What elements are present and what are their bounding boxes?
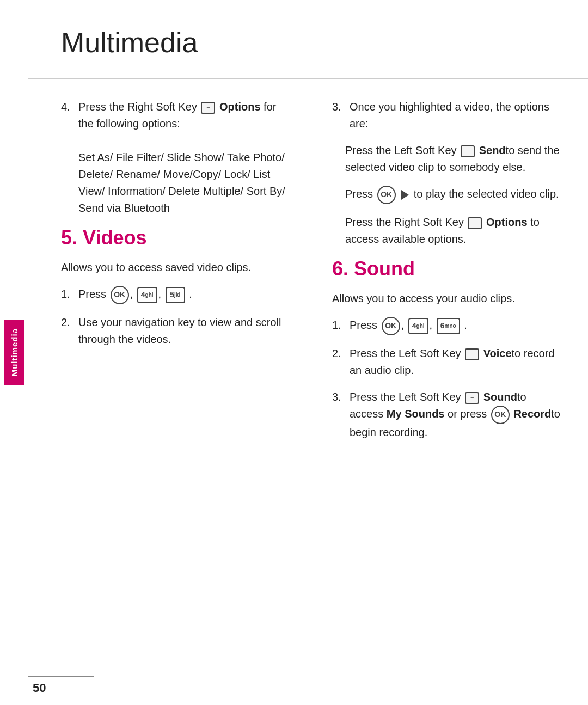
- right-column: 3. Once you highlighted a video, the opt…: [308, 79, 588, 672]
- key-6mno-s6: 6mno: [437, 318, 460, 334]
- section-6-description: Allows you to access your audio clips.: [332, 290, 561, 307]
- s6-item2-voice-bold: Voice: [483, 347, 512, 359]
- ok-key-icon-s5: OK: [111, 286, 129, 304]
- section-6-item-2: 2. Press the Left Soft Key − Voiceto rec…: [332, 345, 561, 379]
- s5-item2-content: Use your navigation key to view and scro…: [78, 314, 286, 348]
- item-3-video: 3. Once you highlighted a video, the opt…: [332, 99, 561, 132]
- sidebar: Multimedia: [0, 0, 28, 705]
- left-soft-key-sound-icon: −: [465, 392, 479, 404]
- sub-item-send: Press the Left Soft Key − Sendto send th…: [332, 142, 561, 248]
- item-3-num: 3.: [332, 99, 347, 132]
- section-5-item-1: 1. Press OK, 4ghi, 5jkl .: [61, 286, 286, 304]
- s6-item3-content: Press the Left Soft Key − Soundto access…: [350, 389, 561, 441]
- s6-item1-content: Press OK, 4ghi, 6mno .: [350, 317, 561, 335]
- s6-item3-mysounds-bold: My Sounds: [387, 408, 445, 420]
- s6-item2-content: Press the Left Soft Key − Voiceto record…: [350, 345, 561, 379]
- sub-options-bold: Options: [486, 216, 528, 228]
- sidebar-accent: Multimedia: [4, 320, 24, 385]
- item-4-content: Press the Right Soft Key − Options for t…: [78, 99, 286, 217]
- item-4: 4. Press the Right Soft Key − Options fo…: [61, 99, 286, 217]
- key-4ghi-s5: 4ghi: [137, 287, 157, 303]
- left-column: 4. Press the Right Soft Key − Options fo…: [28, 79, 308, 672]
- columns: 4. Press the Right Soft Key − Options fo…: [28, 79, 588, 672]
- ok-key-icon-s6: OK: [382, 317, 400, 335]
- section-6-item-3: 3. Press the Left Soft Key − Soundto acc…: [332, 389, 561, 441]
- s6-item2-num: 2.: [332, 345, 347, 379]
- s6-item3-sound-bold: Sound: [483, 391, 517, 403]
- sub-play-text: Press OK to play the selected video clip…: [345, 186, 561, 204]
- s5-item1-content: Press OK, 4ghi, 5jkl .: [78, 286, 286, 304]
- item-4-num: 4.: [61, 99, 76, 217]
- section-5-description: Allows you to access saved video clips.: [61, 259, 286, 276]
- section-5-heading: 5. Videos: [61, 226, 286, 249]
- item-4-options-list: Set As/ File Filter/ Slide Show/ Take Ph…: [78, 151, 285, 214]
- section-5-item-2: 2. Use your navigation key to view and s…: [61, 314, 286, 348]
- ok-key-play-icon: OK: [377, 186, 396, 204]
- sub-send-bold: Send: [479, 144, 506, 156]
- page-number: 50: [33, 681, 46, 695]
- page-container: Multimedia Multimedia 4. Press the Right…: [0, 0, 588, 705]
- bottom-divider: [28, 676, 94, 677]
- item-4-options-bold: Options: [219, 101, 261, 113]
- section-6-heading: 6. Sound: [332, 258, 561, 280]
- item-3-content: Once you highlighted a video, the option…: [350, 99, 561, 132]
- s6-item3-num: 3.: [332, 389, 347, 441]
- main-content: Multimedia 4. Press the Right Soft Key −…: [28, 0, 588, 705]
- s6-item3-record-bold: Record: [513, 408, 551, 420]
- s5-item2-num: 2.: [61, 314, 76, 348]
- key-4ghi-s6: 4ghi: [408, 318, 428, 334]
- ok-key-record-icon: OK: [491, 406, 510, 424]
- sub-send-text: Press the Left Soft Key − Sendto send th…: [345, 142, 561, 176]
- sidebar-label: Multimedia: [10, 328, 19, 376]
- s6-item1-num: 1.: [332, 317, 347, 335]
- page-title: Multimedia: [28, 26, 588, 79]
- play-triangle-icon: [401, 190, 409, 200]
- s5-item1-num: 1.: [61, 286, 76, 304]
- left-soft-key-voice-icon: −: [465, 348, 479, 360]
- right-soft-key-icon: −: [201, 102, 215, 114]
- sub-options-text: Press the Right Soft Key − Options to ac…: [345, 214, 561, 248]
- section-6-item-1: 1. Press OK, 4ghi, 6mno .: [332, 317, 561, 335]
- right-soft-key-sub-icon: −: [468, 217, 482, 229]
- key-5jkl-s5: 5jkl: [166, 287, 185, 303]
- left-soft-key-send-icon: −: [461, 145, 475, 157]
